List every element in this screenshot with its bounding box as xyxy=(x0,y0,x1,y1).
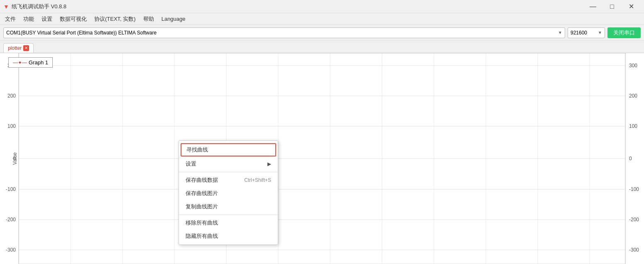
maximize-button[interactable]: □ xyxy=(602,0,622,13)
legend-line: —✦— Graph 1 xyxy=(13,59,48,66)
chart-svg: 300 200 100 0 -100 -200 -300 300 200 100… xyxy=(0,53,644,264)
menu-protocol[interactable]: 协议(TEXT, 实数) xyxy=(91,14,139,24)
menu-settings[interactable]: 设置 xyxy=(38,14,56,24)
ctx-save-curve-data[interactable]: 保存曲线数据 Ctrl+Shift+S xyxy=(179,174,278,187)
ctx-save-curve-data-label: 保存曲线数据 xyxy=(186,176,218,184)
svg-text:0: 0 xyxy=(629,156,632,161)
title-bar-left: ▼ 纸飞机调试助手 V0.8.8 xyxy=(3,3,66,10)
svg-text:100: 100 xyxy=(7,123,16,129)
ctx-separator-2 xyxy=(179,215,278,215)
ctx-settings[interactable]: 设置 ▶ xyxy=(179,157,278,171)
svg-text:-100: -100 xyxy=(629,186,639,192)
ctx-save-curve-image[interactable]: 保存曲线图片 xyxy=(179,187,278,200)
ctx-hide-all-curves-label: 隐藏所有曲线 xyxy=(186,232,218,240)
port-select[interactable]: COM1(BUSY Virtual Serial Port (Eltima So… xyxy=(3,27,565,38)
ctx-save-curve-data-shortcut: Ctrl+Shift+S xyxy=(244,177,271,183)
ctx-settings-label: 设置 xyxy=(186,160,196,168)
svg-text:200: 200 xyxy=(629,93,637,99)
svg-text:-200: -200 xyxy=(629,217,639,222)
ctx-remove-all-curves[interactable]: 移除所有曲线 xyxy=(179,216,278,230)
tab-bar: plotter ✕ xyxy=(0,41,644,53)
menu-file[interactable]: 文件 xyxy=(2,14,19,24)
tab-plotter-label: plotter xyxy=(8,45,22,51)
menu-data-viz[interactable]: 数据可视化 xyxy=(56,14,90,24)
svg-text:Value: Value xyxy=(12,152,18,165)
port-label: COM1(BUSY Virtual Serial Port (Eltima So… xyxy=(6,30,157,36)
svg-text:-200: -200 xyxy=(6,217,16,222)
com-bar: COM1(BUSY Virtual Serial Port (Eltima So… xyxy=(0,25,644,41)
svg-text:200: 200 xyxy=(7,93,16,99)
minimize-button[interactable]: — xyxy=(583,0,602,13)
ctx-separator-1 xyxy=(179,172,278,172)
app-title: 纸飞机调试助手 V0.8.8 xyxy=(12,3,66,10)
baud-select[interactable]: 921600 ▼ xyxy=(568,27,605,38)
tab-plotter[interactable]: plotter ✕ xyxy=(3,43,34,53)
ctx-copy-curve-image-label: 复制曲线图片 xyxy=(186,203,218,210)
main-content: 300 200 100 0 -100 -200 -300 300 200 100… xyxy=(0,53,644,264)
menu-bar: 文件 功能 设置 数据可视化 协议(TEXT, 实数) 帮助 Language xyxy=(0,13,644,25)
close-port-button[interactable]: 关闭串口 xyxy=(607,27,641,38)
ctx-hide-all-curves[interactable]: 隐藏所有曲线 xyxy=(179,230,278,243)
title-bar-controls: — □ ✕ xyxy=(583,0,641,13)
context-menu: 寻找曲线 设置 ▶ 保存曲线数据 Ctrl+Shift+S 保存曲线图片 复制曲… xyxy=(179,140,278,245)
app-icon: ▼ xyxy=(3,3,9,10)
legend-label: Graph 1 xyxy=(29,59,48,66)
svg-text:300: 300 xyxy=(629,63,637,68)
menu-language[interactable]: Language xyxy=(158,15,189,23)
ctx-find-curve[interactable]: 寻找曲线 xyxy=(181,143,276,156)
port-dropdown-arrow: ▼ xyxy=(558,30,562,35)
svg-text:100: 100 xyxy=(629,123,637,129)
tab-plotter-close[interactable]: ✕ xyxy=(23,45,29,51)
ctx-save-curve-image-label: 保存曲线图片 xyxy=(186,190,218,197)
menu-function[interactable]: 功能 xyxy=(20,14,37,24)
ctx-copy-curve-image[interactable]: 复制曲线图片 xyxy=(179,200,278,213)
svg-text:-300: -300 xyxy=(6,247,16,253)
baud-value: 921600 xyxy=(571,30,587,36)
legend-icon: —✦— xyxy=(13,60,27,66)
baud-dropdown-arrow: ▼ xyxy=(598,30,602,35)
ctx-settings-arrow: ▶ xyxy=(267,161,271,167)
svg-text:-100: -100 xyxy=(6,186,16,192)
svg-text:-300: -300 xyxy=(629,247,639,253)
ctx-find-curve-label: 寻找曲线 xyxy=(186,146,208,154)
chart-container: 300 200 100 0 -100 -200 -300 300 200 100… xyxy=(0,53,644,264)
close-button[interactable]: ✕ xyxy=(622,0,641,13)
menu-help[interactable]: 帮助 xyxy=(140,14,157,24)
title-bar: ▼ 纸飞机调试助手 V0.8.8 — □ ✕ xyxy=(0,0,644,13)
ctx-remove-all-curves-label: 移除所有曲线 xyxy=(186,219,218,227)
legend-box: —✦— Graph 1 xyxy=(8,57,53,68)
